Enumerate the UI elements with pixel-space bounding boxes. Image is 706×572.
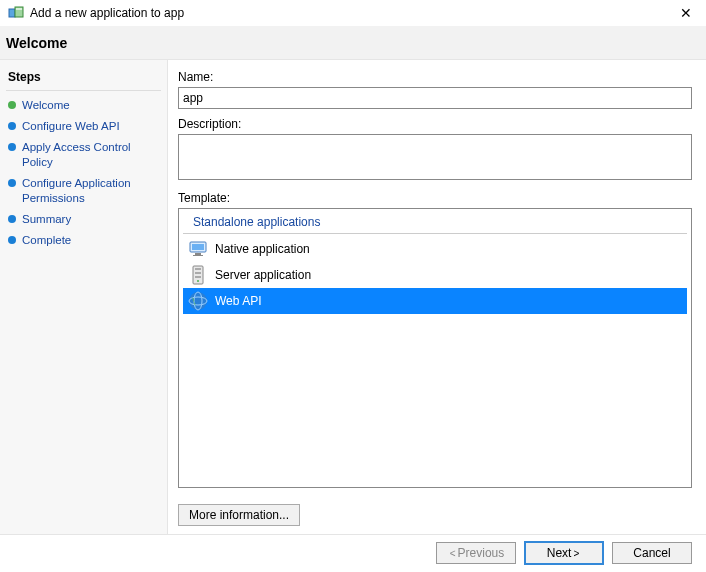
titlebar: Add a new application to app ✕ (0, 0, 706, 26)
template-group-header: Standalone applications (183, 213, 687, 234)
template-item-server-application[interactable]: Server application (183, 262, 687, 288)
step-item-1[interactable]: Configure Web API (6, 116, 161, 137)
app-icon (8, 5, 24, 21)
name-input[interactable] (178, 87, 692, 109)
step-label: Apply Access Control Policy (22, 140, 159, 170)
sidebar: Steps WelcomeConfigure Web APIApply Acce… (0, 60, 168, 534)
main-panel: Name: Description: Template: Standalone … (168, 60, 706, 534)
step-item-3[interactable]: Configure Application Permissions (6, 173, 161, 209)
step-label: Welcome (22, 98, 70, 113)
step-label: Configure Application Permissions (22, 176, 159, 206)
svg-rect-10 (195, 276, 201, 278)
more-information-button[interactable]: More information... (178, 504, 300, 526)
template-item-label: Native application (215, 242, 310, 256)
svg-rect-2 (16, 8, 22, 10)
window-title: Add a new application to app (30, 6, 674, 20)
template-label: Template: (178, 191, 692, 205)
svg-rect-4 (192, 244, 204, 250)
chevron-left-icon: < (450, 548, 456, 559)
step-bullet-icon (8, 236, 16, 244)
template-item-label: Web API (215, 294, 261, 308)
next-label: Next (547, 546, 572, 560)
svg-rect-8 (195, 268, 201, 270)
step-bullet-icon (8, 179, 16, 187)
body: Steps WelcomeConfigure Web APIApply Acce… (0, 60, 706, 535)
page-title: Welcome (6, 35, 67, 51)
step-item-4[interactable]: Summary (6, 209, 161, 230)
close-button[interactable]: ✕ (674, 3, 698, 23)
description-label: Description: (178, 117, 692, 131)
svg-point-11 (197, 280, 199, 282)
globe-icon (187, 290, 209, 312)
step-item-5[interactable]: Complete (6, 230, 161, 251)
svg-rect-6 (193, 255, 203, 256)
cancel-button[interactable]: Cancel (612, 542, 692, 564)
step-bullet-icon (8, 122, 16, 130)
step-item-0[interactable]: Welcome (6, 95, 161, 116)
svg-rect-5 (195, 253, 201, 255)
svg-rect-0 (9, 9, 15, 17)
svg-point-12 (189, 292, 207, 310)
description-input[interactable] (178, 134, 692, 180)
template-list[interactable]: Standalone applications Native applicati… (178, 208, 692, 488)
step-bullet-icon (8, 143, 16, 151)
step-label: Configure Web API (22, 119, 120, 134)
name-label: Name: (178, 70, 692, 84)
steps-header: Steps (6, 66, 161, 91)
step-label: Summary (22, 212, 71, 227)
template-item-native-application[interactable]: Native application (183, 236, 687, 262)
step-label: Complete (22, 233, 71, 248)
monitor-icon (187, 238, 209, 260)
server-icon (187, 264, 209, 286)
close-icon: ✕ (680, 5, 692, 21)
template-item-web-api[interactable]: Web API (183, 288, 687, 314)
previous-button: <Previous (436, 542, 516, 564)
header-band: Welcome (0, 26, 706, 60)
step-bullet-icon (8, 101, 16, 109)
previous-label: Previous (458, 546, 505, 560)
step-item-2[interactable]: Apply Access Control Policy (6, 137, 161, 173)
chevron-right-icon: > (573, 548, 579, 559)
svg-rect-9 (195, 272, 201, 274)
template-item-label: Server application (215, 268, 311, 282)
next-button[interactable]: Next> (524, 541, 604, 565)
step-bullet-icon (8, 215, 16, 223)
footer: <Previous Next> Cancel (0, 535, 706, 571)
